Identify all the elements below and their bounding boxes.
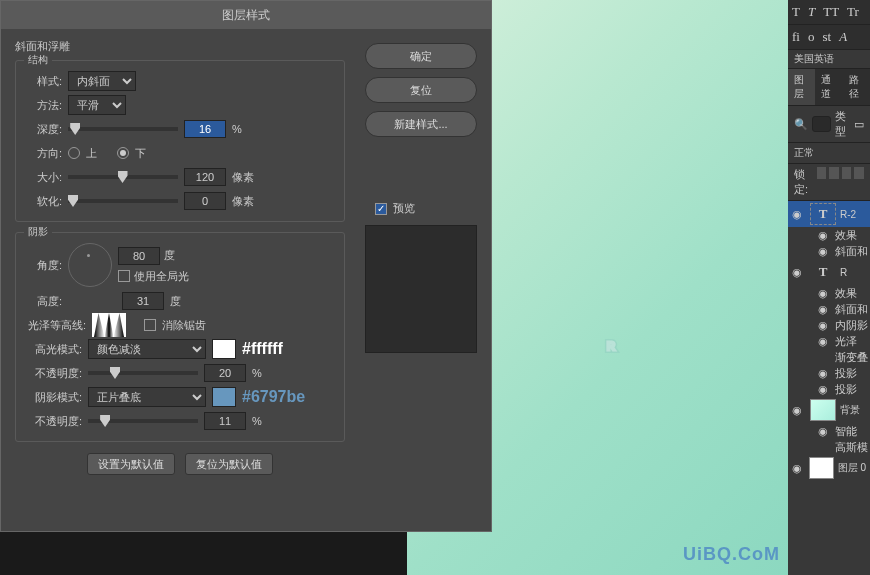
smallcaps-icon[interactable]: Tr — [847, 4, 859, 20]
layer-search-input[interactable] — [812, 116, 831, 132]
shadow-opacity-slider[interactable] — [88, 419, 198, 423]
visibility-icon[interactable]: ◉ — [792, 266, 806, 279]
size-slider[interactable] — [68, 175, 178, 179]
reset-default-button[interactable]: 复位为默认值 — [185, 453, 273, 475]
depth-input[interactable] — [184, 120, 226, 138]
language-select[interactable]: 美国英语 — [788, 50, 870, 69]
new-style-button[interactable]: 新建样式... — [365, 111, 477, 137]
fx-row[interactable]: ◉内阴影 — [788, 317, 870, 333]
panels: T T TT Tr fi o st A 美国英语 图层 通道 路径 🔍 类型 ▭… — [788, 0, 870, 575]
layer-filter: 🔍 类型 ▭ — [788, 106, 870, 143]
shadow-hex: #6797be — [242, 388, 305, 406]
angle-label: 角度: — [26, 258, 62, 273]
panel-tabs: 图层 通道 路径 — [788, 69, 870, 106]
shadow-mode-label: 阴影模式: — [26, 390, 82, 405]
ok-button[interactable]: 确定 — [365, 43, 477, 69]
visibility-icon[interactable]: ◉ — [792, 208, 806, 221]
shadow-opacity-input[interactable] — [204, 412, 246, 430]
highlight-opacity-slider[interactable] — [88, 371, 198, 375]
lock-artboard-icon[interactable] — [842, 167, 852, 179]
lock-all-icon[interactable] — [854, 167, 864, 179]
soften-label: 软化: — [26, 194, 62, 209]
angle-input[interactable] — [118, 247, 160, 265]
watermark: UiBQ.CoM — [683, 544, 780, 565]
method-label: 方法: — [26, 98, 62, 113]
group-structure: 结构 样式: 内斜面 方法: 平滑 深度: % 方向: 上 下 — [15, 60, 345, 222]
layer-thumb — [810, 399, 836, 421]
fx-row[interactable]: ◉投影 — [788, 381, 870, 397]
dir-down-radio[interactable] — [117, 147, 129, 159]
global-light-checkbox[interactable] — [118, 270, 130, 282]
layer-thumb: T — [810, 261, 836, 283]
highlight-mode-label: 高光模式: — [26, 342, 82, 357]
svg-text:R: R — [607, 340, 615, 352]
altitude-label: 高度: — [26, 294, 62, 309]
group-shading: 阴影 角度: 度 使用全局光 高度: — [15, 232, 345, 442]
filter-image-icon[interactable]: ▭ — [854, 118, 864, 131]
fx-row[interactable]: ◉智能 — [788, 423, 870, 439]
depth-label: 深度: — [26, 122, 62, 137]
lock-pixels-icon[interactable] — [817, 167, 827, 179]
preview-box — [365, 225, 477, 353]
visibility-icon[interactable]: ◉ — [792, 404, 806, 417]
depth-slider[interactable] — [68, 127, 178, 131]
italic-icon[interactable]: T — [808, 4, 815, 20]
tab-layers[interactable]: 图层 — [788, 69, 815, 105]
angle-wheel[interactable] — [68, 243, 112, 287]
antialias-checkbox[interactable] — [144, 319, 156, 331]
method-select[interactable]: 平滑 — [68, 95, 126, 115]
lock-position-icon[interactable] — [829, 167, 839, 179]
shadow-opacity-label: 不透明度: — [26, 414, 82, 429]
altitude-input[interactable] — [122, 292, 164, 310]
allcaps-icon[interactable]: TT — [823, 4, 839, 20]
fx-row[interactable]: ◉斜面和 — [788, 301, 870, 317]
highlight-color-swatch[interactable] — [212, 339, 236, 359]
shadow-mode-select[interactable]: 正片叠底 — [88, 387, 206, 407]
fx-row[interactable]: ◉效果 — [788, 285, 870, 301]
layer-r2[interactable]: ◉ T R-2 — [788, 201, 870, 227]
character-toolbar: T T TT Tr — [788, 0, 870, 25]
layer-bg[interactable]: ◉ 背景 — [788, 397, 870, 423]
tab-channels[interactable]: 通道 — [815, 69, 842, 105]
search-icon[interactable]: 🔍 — [794, 118, 808, 131]
layers-panel: ◉ T R-2 ◉效果 ◉斜面和 ◉ T R ◉效果 ◉斜面和 ◉内阴影 ◉光泽… — [788, 201, 870, 575]
highlight-mode-select[interactable]: 颜色减淡 — [88, 339, 206, 359]
visibility-icon[interactable]: ◉ — [792, 462, 805, 475]
shadow-color-swatch[interactable] — [212, 387, 236, 407]
tab-paths[interactable]: 路径 — [843, 69, 870, 105]
set-default-button[interactable]: 设置为默认值 — [87, 453, 175, 475]
cancel-button[interactable]: 复位 — [365, 77, 477, 103]
stylistic-icon[interactable]: st — [822, 29, 831, 45]
highlight-opacity-input[interactable] — [204, 364, 246, 382]
gloss-contour[interactable] — [92, 313, 126, 337]
dialog-title: 图层样式 — [1, 1, 491, 29]
layer-r[interactable]: ◉ T R — [788, 259, 870, 285]
fx-row[interactable]: 高斯模 — [788, 439, 870, 455]
dir-up-radio[interactable] — [68, 147, 80, 159]
swash-icon[interactable]: A — [839, 29, 847, 45]
blend-mode-select[interactable]: 正常 — [788, 143, 870, 164]
bold-icon[interactable]: T — [792, 4, 800, 20]
layer-0[interactable]: ◉ 图层 0 — [788, 455, 870, 481]
ordinal-icon[interactable]: o — [808, 29, 815, 45]
style-select[interactable]: 内斜面 — [68, 71, 136, 91]
fx-row[interactable]: ◉投影 — [788, 365, 870, 381]
soften-input[interactable] — [184, 192, 226, 210]
layer-thumb: T — [810, 203, 836, 225]
highlight-opacity-label: 不透明度: — [26, 366, 82, 381]
layer-thumb — [809, 457, 834, 479]
fx-row[interactable]: ◉光泽 — [788, 333, 870, 349]
ligature-icon[interactable]: fi — [792, 29, 800, 45]
style-label: 样式: — [26, 74, 62, 89]
preview-checkbox[interactable] — [375, 203, 387, 215]
gloss-label: 光泽等高线: — [26, 318, 86, 333]
lock-row: 锁定: — [788, 164, 870, 201]
fx-row[interactable]: ◉效果 — [788, 227, 870, 243]
soften-slider[interactable] — [68, 199, 178, 203]
fx-row[interactable]: 渐变叠 — [788, 349, 870, 365]
size-input[interactable] — [184, 168, 226, 186]
layer-style-dialog: 图层样式 斜面和浮雕 结构 样式: 内斜面 方法: 平滑 深度: % 方向: 上 — [0, 0, 492, 532]
direction-label: 方向: — [26, 146, 62, 161]
fx-row[interactable]: ◉斜面和 — [788, 243, 870, 259]
opentype-toolbar: fi o st A — [788, 25, 870, 50]
